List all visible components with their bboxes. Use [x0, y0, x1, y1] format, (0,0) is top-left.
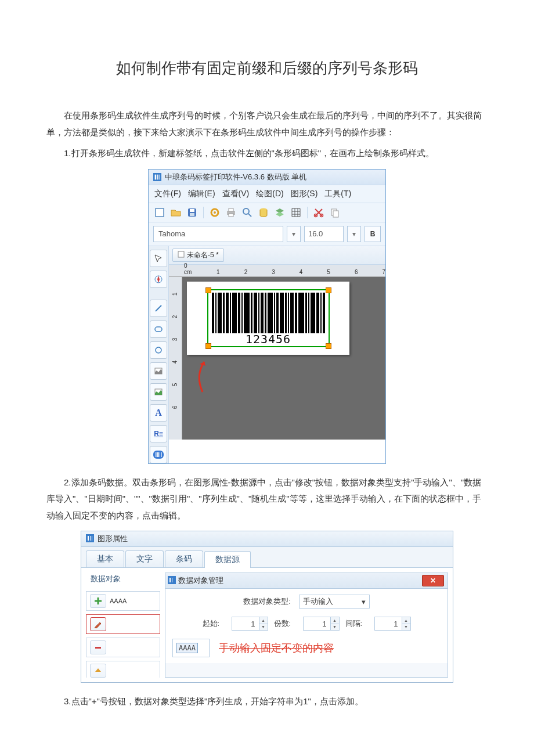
- content-input[interactable]: AAAA: [172, 639, 210, 657]
- spin-up-icon[interactable]: ▲: [331, 617, 339, 624]
- database-icon[interactable]: [258, 207, 269, 218]
- image-bw-tool-icon[interactable]: [150, 362, 167, 380]
- tab-data-source[interactable]: 数据源: [204, 551, 251, 568]
- settings-icon[interactable]: [210, 207, 220, 218]
- selection-handle[interactable]: [326, 343, 331, 349]
- tab-barcode[interactable]: 条码: [165, 550, 203, 567]
- svg-rect-31: [178, 251, 184, 257]
- font-size-input[interactable]: 16.0: [304, 226, 344, 242]
- bold-button[interactable]: B: [365, 226, 381, 242]
- menu-tools[interactable]: 工具(T): [324, 189, 351, 199]
- spin-down-icon[interactable]: ▼: [259, 624, 268, 631]
- close-button[interactable]: ✕: [422, 575, 444, 586]
- menu-draw[interactable]: 绘图(D): [256, 189, 283, 199]
- font-name-dropdown-icon[interactable]: ▾: [287, 226, 301, 242]
- gap-value[interactable]: 1: [374, 617, 402, 631]
- list-item[interactable]: [86, 638, 160, 657]
- print-icon[interactable]: [226, 207, 236, 218]
- spin-down-icon[interactable]: ▼: [402, 624, 410, 631]
- svg-rect-30: [161, 452, 162, 457]
- dialog-titlebar: 图形属性: [81, 531, 453, 547]
- menu-file[interactable]: 文件(F): [154, 189, 181, 199]
- svg-point-9: [214, 211, 216, 214]
- selection-handle[interactable]: [205, 287, 211, 293]
- edit-icon[interactable]: [90, 617, 106, 631]
- svg-rect-2: [157, 174, 158, 179]
- start-label: 起始:: [203, 618, 226, 629]
- ruler-mark: 5: [172, 383, 179, 386]
- font-name-select[interactable]: Tahoma: [153, 226, 283, 242]
- document-tab[interactable]: 未命名-5 *: [172, 249, 224, 262]
- screenshot-dialog-properties: 图形属性 基本 文字 条码 数据源 数据对象 AAAA: [81, 531, 453, 683]
- svg-rect-6: [190, 209, 194, 212]
- document-tab-label: 未命名-5 *: [187, 250, 219, 260]
- pointer-tool-icon[interactable]: [150, 250, 167, 267]
- menu-view[interactable]: 查看(V): [222, 189, 250, 199]
- count-value[interactable]: 1: [303, 617, 331, 631]
- menu-graphic[interactable]: 图形(S): [291, 189, 318, 199]
- menu-edit[interactable]: 编辑(E): [188, 189, 215, 199]
- svg-line-14: [248, 214, 251, 217]
- svg-rect-1: [155, 174, 157, 179]
- roundrect-tool-icon[interactable]: [150, 321, 167, 338]
- barcode-tool-icon[interactable]: [150, 446, 167, 463]
- svg-rect-33: [88, 536, 89, 541]
- text-tool-icon[interactable]: A: [150, 404, 167, 422]
- svg-rect-35: [92, 536, 92, 541]
- document-tab-icon: [178, 251, 185, 260]
- richtext-tool-icon[interactable]: R≡: [150, 425, 167, 442]
- type-select-value: 手动输入: [303, 596, 333, 607]
- spin-down-icon[interactable]: ▼: [331, 624, 339, 631]
- remove-icon[interactable]: [90, 640, 106, 654]
- copy-icon[interactable]: [330, 207, 340, 218]
- svg-line-21: [156, 305, 161, 311]
- svg-rect-28: [157, 452, 159, 457]
- svg-rect-29: [160, 452, 160, 457]
- svg-rect-11: [229, 208, 233, 211]
- save-icon[interactable]: [187, 207, 197, 218]
- spin-up-icon[interactable]: ▲: [259, 617, 268, 624]
- up-icon[interactable]: [90, 664, 106, 678]
- cut-icon[interactable]: [313, 207, 324, 218]
- grid-icon[interactable]: [291, 207, 301, 218]
- ellipse-tool-icon[interactable]: [150, 341, 167, 359]
- compass-tool-icon[interactable]: [150, 271, 167, 288]
- app1-menubar: 文件(F) 编辑(E) 查看(V) 绘图(D) 图形(S) 工具(T): [149, 185, 385, 203]
- count-spinbox[interactable]: 1 ▲▼: [303, 617, 340, 631]
- barcode-object[interactable]: 123456: [207, 289, 330, 347]
- paragraph-intro: 在使用条形码生成软件生成序列号的时候，个别客户说只会生成在最后的序列号，中间的序…: [46, 107, 488, 141]
- svg-rect-22: [155, 327, 162, 332]
- canvas-area[interactable]: 123456: [182, 277, 385, 440]
- new-file-icon[interactable]: [154, 207, 165, 218]
- manager-icon: [168, 576, 176, 586]
- ruler-mark: 1: [217, 269, 220, 275]
- list-item[interactable]: [86, 661, 160, 678]
- dropdown-icon: ▾: [362, 597, 366, 606]
- type-select[interactable]: 手动输入 ▾: [299, 595, 370, 609]
- line-tool-icon[interactable]: [150, 300, 167, 317]
- content-input-value: AAAA: [176, 643, 198, 653]
- ruler-mark: 0 cm: [184, 262, 192, 275]
- font-size-dropdown-icon[interactable]: ▾: [347, 226, 361, 242]
- list-item[interactable]: AAAA: [86, 591, 160, 611]
- app1-title-text: 中琅条码标签打印软件-V6.3.6 数码版 单机: [165, 172, 306, 182]
- image-color-tool-icon[interactable]: [150, 383, 167, 401]
- zoom-icon[interactable]: [242, 207, 252, 218]
- selection-handle[interactable]: [326, 287, 331, 293]
- document-tab-row: 未命名-5 *: [169, 246, 385, 265]
- list-item[interactable]: [86, 614, 160, 634]
- layers-icon[interactable]: [275, 207, 285, 218]
- start-spinbox[interactable]: 1 ▲▼: [232, 617, 268, 631]
- ruler-mark: 4: [300, 269, 303, 275]
- tab-basic[interactable]: 基本: [86, 550, 124, 567]
- dialog-icon: [86, 534, 94, 544]
- app1-tool-palette: A R≡: [149, 246, 169, 463]
- add-icon[interactable]: [90, 594, 106, 608]
- selection-handle[interactable]: [205, 343, 211, 349]
- spin-up-icon[interactable]: ▲: [402, 617, 410, 624]
- open-folder-icon[interactable]: [171, 207, 181, 218]
- tab-text[interactable]: 文字: [125, 550, 164, 567]
- app-logo-icon: [153, 173, 161, 181]
- start-value[interactable]: 1: [232, 617, 259, 631]
- gap-spinbox[interactable]: 1 ▲▼: [374, 617, 411, 631]
